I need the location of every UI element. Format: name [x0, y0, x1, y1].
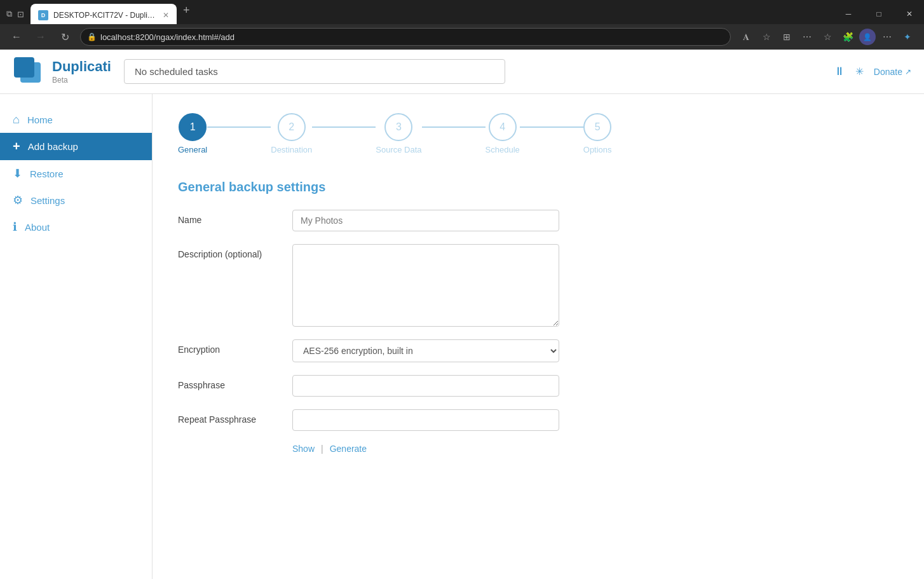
collections-button[interactable]: ☆: [819, 28, 836, 46]
name-label: Name: [178, 210, 280, 225]
encryption-select[interactable]: AES-256 encryption, built in No encrypti…: [292, 339, 559, 362]
wizard-step-1[interactable]: 1 General: [178, 113, 207, 154]
sidebar-item-about[interactable]: ℹ About: [0, 214, 152, 240]
donate-button[interactable]: Donate ↗: [874, 67, 911, 77]
spinner-icon: ✳: [855, 65, 864, 78]
description-field-row: Description (optional): [178, 244, 899, 327]
passphrase-input[interactable]: [292, 375, 559, 397]
settings-icon: ⚙: [13, 193, 23, 207]
new-tab-button[interactable]: +: [177, 4, 196, 24]
app-logo: Duplicati Beta: [13, 56, 111, 88]
name-input[interactable]: [292, 210, 559, 231]
sidebar: ⌂ Home + Add backup ⬇ Restore ⚙ Settings…: [0, 94, 153, 579]
generate-passphrase-link[interactable]: Generate: [330, 444, 367, 454]
browser-icon-2: ⊡: [17, 10, 24, 19]
sidebar-item-restore[interactable]: ⬇ Restore: [0, 160, 152, 187]
step-3-circle: 3: [384, 113, 412, 141]
read-mode-button[interactable]: 𝐀: [737, 28, 755, 46]
wizard-step-2[interactable]: 2 Destination: [271, 113, 312, 154]
step-connector-3-4: [422, 126, 486, 128]
step-connector-2-3: [312, 126, 376, 128]
about-icon: ℹ: [13, 220, 17, 234]
url-text: localhost:8200/ngax/index.html#/add: [100, 32, 724, 42]
sidebar-item-add-backup[interactable]: + Add backup: [0, 133, 152, 160]
step-5-number: 5: [595, 121, 601, 133]
sidebar-item-home-label: Home: [27, 114, 53, 125]
step-4-label: Schedule: [486, 145, 520, 154]
scheduled-tasks-text: No scheduled tasks: [135, 66, 218, 77]
tab-groups-button[interactable]: ⊞: [778, 28, 796, 46]
profile-icon[interactable]: 👤: [859, 29, 876, 45]
step-2-number: 2: [289, 121, 294, 133]
sidebar-item-restore-label: Restore: [30, 168, 64, 179]
encryption-label: Encryption: [178, 339, 280, 355]
wizard-steps: 1 General 2 Destination: [178, 113, 899, 154]
step-connector-4-5: [520, 126, 583, 128]
favorites-button[interactable]: ⋯: [798, 28, 816, 46]
close-button[interactable]: ✕: [895, 4, 924, 24]
step-connector-1-2: [207, 126, 271, 128]
forward-button[interactable]: →: [32, 28, 50, 46]
scheduled-tasks-container: No scheduled tasks: [124, 59, 505, 84]
lock-icon: 🔒: [87, 32, 97, 41]
app-header: Duplicati Beta No scheduled tasks ⏸ ✳ Do…: [0, 50, 924, 94]
passphrase-links: Show | Generate: [292, 444, 899, 454]
extensions-button[interactable]: 🧩: [839, 28, 857, 46]
add-icon: +: [13, 139, 20, 154]
main-content: 1 General 2 Destination: [153, 94, 924, 579]
refresh-button[interactable]: ↻: [56, 28, 74, 46]
show-passphrase-link[interactable]: Show: [292, 444, 315, 454]
sidebar-item-home[interactable]: ⌂ Home: [0, 107, 152, 133]
step-2-circle: 2: [278, 113, 306, 141]
repeat-passphrase-input[interactable]: [292, 409, 559, 431]
logo-front-square: [14, 57, 34, 78]
wizard-step-3[interactable]: 3 Source Data: [376, 113, 421, 154]
description-input[interactable]: [292, 244, 559, 327]
back-button[interactable]: ←: [8, 28, 25, 46]
repeat-passphrase-label: Repeat Passphrase: [178, 409, 280, 425]
repeat-passphrase-field-row: Repeat Passphrase: [178, 409, 899, 431]
minimize-button[interactable]: ─: [834, 4, 863, 24]
browser-tab[interactable]: D DESKTOP-KCIT72V - Duplicati ✕: [31, 4, 177, 26]
copilot-button[interactable]: ✦: [899, 28, 916, 46]
sidebar-item-settings-label: Settings: [31, 195, 65, 206]
encryption-field-row: Encryption AES-256 encryption, built in …: [178, 339, 899, 362]
name-field-row: Name: [178, 210, 899, 231]
step-4-number: 4: [499, 121, 505, 133]
description-label: Description (optional): [178, 244, 280, 259]
step-2-label: Destination: [271, 145, 312, 154]
sidebar-item-add-backup-label: Add backup: [28, 141, 78, 152]
header-actions: ⏸ ✳ Donate ↗: [834, 65, 911, 78]
sidebar-item-about-label: About: [25, 222, 50, 233]
app-name: Duplicati: [52, 58, 111, 75]
step-5-label: Options: [583, 145, 612, 154]
step-3-number: 3: [396, 121, 402, 133]
wizard-step-5[interactable]: 5 Options: [583, 113, 612, 154]
tab-favicon: D: [38, 10, 48, 20]
logo-icon: [13, 56, 44, 88]
restore-icon: ⬇: [13, 167, 22, 181]
step-1-label: General: [178, 145, 207, 154]
step-4-circle: 4: [489, 113, 517, 141]
star-button[interactable]: ☆: [758, 28, 775, 46]
maximize-button[interactable]: □: [864, 4, 893, 24]
passphrase-field-row: Passphrase: [178, 375, 899, 397]
pause-icon[interactable]: ⏸: [834, 65, 845, 78]
app-body: ⌂ Home + Add backup ⬇ Restore ⚙ Settings…: [0, 94, 924, 579]
settings-menu-button[interactable]: ⋯: [878, 28, 896, 46]
donate-external-icon: ↗: [905, 67, 911, 76]
wizard-step-4[interactable]: 4 Schedule: [486, 113, 520, 154]
step-1-number: 1: [190, 121, 196, 133]
sidebar-item-settings[interactable]: ⚙ Settings: [0, 187, 152, 214]
home-icon: ⌂: [13, 113, 20, 126]
tab-close-button[interactable]: ✕: [163, 11, 169, 20]
section-title: General backup settings: [178, 180, 899, 194]
step-5-circle: 5: [583, 113, 611, 141]
address-bar[interactable]: 🔒 localhost:8200/ngax/index.html#/add: [80, 28, 731, 46]
step-1-circle: 1: [179, 113, 207, 141]
links-divider: |: [321, 444, 323, 454]
app-beta-label: Beta: [52, 76, 111, 85]
tab-title: DESKTOP-KCIT72V - Duplicati: [53, 11, 155, 20]
step-3-label: Source Data: [376, 145, 421, 154]
passphrase-label: Passphrase: [178, 375, 280, 390]
